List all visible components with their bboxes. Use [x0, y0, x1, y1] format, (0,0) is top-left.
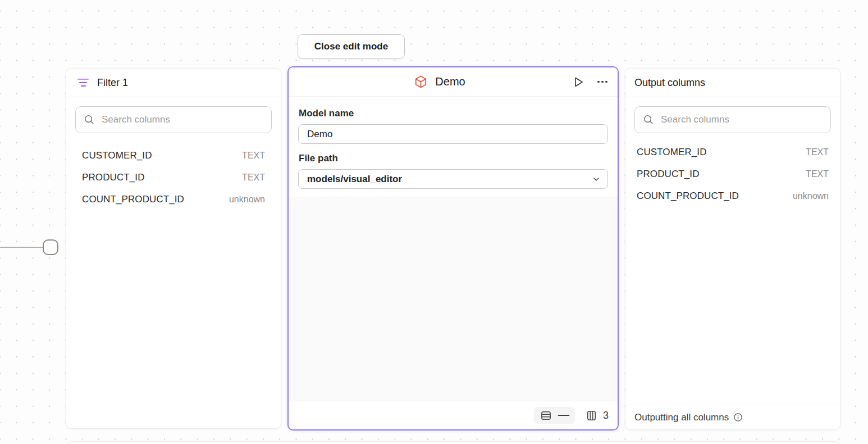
more-menu-icon [597, 81, 607, 83]
filter-column-list: CUSTOMER_ID TEXT PRODUCT_ID TEXT COUNT_P… [66, 139, 281, 210]
column-type: TEXT [242, 151, 265, 161]
row-count-stat[interactable]: — [534, 407, 575, 424]
visual-editor-canvas: { "close_button": { "label": "Close edit… [0, 0, 868, 444]
output-footer: Outputting all columns [625, 405, 840, 429]
file-path-label: File path [299, 153, 608, 164]
output-column-row[interactable]: CUSTOMER_ID TEXT [630, 141, 835, 163]
output-panel-header: Output columns [625, 69, 840, 97]
column-name: PRODUCT_ID [82, 172, 145, 183]
column-name: COUNT_PRODUCT_ID [82, 194, 184, 205]
column-type: TEXT [242, 173, 265, 183]
column-type: unknown [793, 191, 829, 201]
edge-connector-handle[interactable] [43, 239, 58, 255]
model-panel-title: Demo [435, 75, 465, 88]
filter-column-row[interactable]: CUSTOMER_ID TEXT [75, 144, 272, 166]
column-type: unknown [229, 194, 265, 205]
output-panel-title: Output columns [634, 77, 705, 89]
filter-column-row[interactable]: COUNT_PRODUCT_ID unknown [75, 188, 272, 210]
columns-icon [585, 409, 598, 422]
info-icon[interactable] [733, 412, 743, 423]
output-column-row[interactable]: COUNT_PRODUCT_ID unknown [630, 185, 835, 207]
edge-connector-line [0, 247, 44, 248]
column-name: PRODUCT_ID [637, 169, 700, 180]
output-search-input[interactable] [661, 114, 823, 125]
bottom-peek-panel[interactable] [67, 441, 839, 444]
output-search-box [634, 106, 831, 133]
model-footer: — 3 [289, 401, 618, 429]
model-name-label: Model name [299, 108, 608, 119]
run-model-button[interactable] [569, 73, 587, 91]
column-name: CUSTOMER_ID [82, 150, 152, 161]
model-cube-icon [414, 75, 428, 89]
model-name-input[interactable] [298, 124, 608, 144]
column-name: CUSTOMER_ID [637, 147, 707, 158]
model-header-actions [569, 73, 610, 91]
search-icon [643, 114, 654, 125]
search-icon [84, 114, 95, 125]
filter-node-panel: Filter 1 CUSTOMER_ID TEXT PRODUCT_ID TEX… [66, 68, 281, 429]
row-count-value: — [558, 409, 569, 420]
filter-search-box [75, 106, 272, 133]
play-icon [572, 75, 585, 89]
output-footer-text: Outputting all columns [634, 412, 729, 423]
column-name: COUNT_PRODUCT_ID [637, 191, 739, 202]
filter-panel-title: Filter 1 [97, 77, 128, 89]
column-count-stat: 3 [585, 409, 609, 422]
output-columns-panel: Output columns CUSTOMER_ID TEXT PRODUCT_… [625, 68, 840, 430]
filter-icon [77, 79, 89, 87]
file-path-select[interactable]: models/visual_editor [298, 169, 608, 189]
output-column-row[interactable]: PRODUCT_ID TEXT [630, 163, 835, 185]
output-column-list: CUSTOMER_ID TEXT PRODUCT_ID TEXT COUNT_P… [625, 139, 840, 207]
model-form: Model name File path models/visual_edito… [289, 97, 618, 197]
output-spacer [625, 207, 840, 405]
close-edit-mode-button[interactable]: Close edit mode [298, 34, 405, 59]
filter-panel-header: Filter 1 [66, 69, 281, 97]
column-count-value: 3 [603, 410, 609, 422]
filter-column-row[interactable]: PRODUCT_ID TEXT [75, 166, 272, 188]
column-type: TEXT [806, 169, 829, 179]
chevron-down-icon [592, 175, 601, 184]
model-preview-area [289, 197, 618, 401]
filter-search-input[interactable] [102, 114, 263, 125]
model-panel-header: Demo [289, 67, 618, 97]
more-menu-button[interactable] [595, 79, 610, 85]
model-node-panel[interactable]: Demo Model name File path models/visual_… [287, 66, 619, 431]
column-type: TEXT [806, 147, 829, 157]
rows-icon [540, 409, 552, 422]
file-path-value: models/visual_editor [307, 174, 402, 185]
model-title-group: Demo [414, 75, 465, 89]
